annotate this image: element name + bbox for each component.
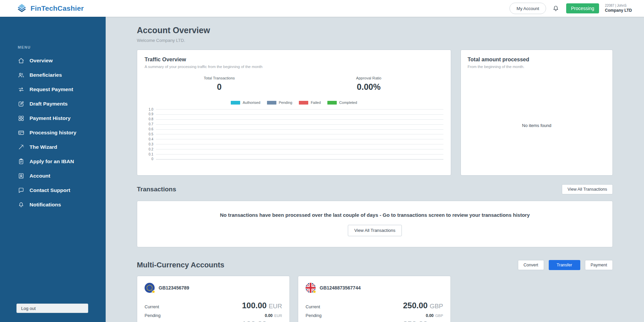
legend-item-completed: Completed <box>327 101 357 105</box>
available-amount: 250.00GBP <box>403 320 443 322</box>
approval-ratio-stat: Approval Ratio 0.00% <box>294 76 444 92</box>
y-tick: 0.8 <box>145 118 153 121</box>
traffic-card-subtitle: A summary of your processing traffic fro… <box>145 65 443 69</box>
sidebar-item-label: Contact Support <box>30 187 70 193</box>
account-iban: GB1248873567744 <box>320 285 361 291</box>
grid-icon <box>18 115 24 122</box>
home-icon <box>18 57 24 64</box>
y-tick: 0.6 <box>145 128 153 131</box>
gridline <box>156 144 443 144</box>
current-amount: 250.00GBP <box>403 301 443 310</box>
gridline <box>156 139 443 139</box>
sidebar-item-label: Overview <box>30 58 53 64</box>
pending-swatch <box>267 101 276 105</box>
sidebar-item-account[interactable]: Account <box>0 169 106 183</box>
legend-item-pending: Pending <box>267 101 292 105</box>
view-all-transactions-button[interactable]: View All Transactions <box>562 184 613 194</box>
main-content: Account Overview Welcome Company LTD. Tr… <box>106 17 644 322</box>
traffic-card-title: Traffic Overview <box>145 57 443 63</box>
user-id: 22087 | JohnS <box>605 4 632 8</box>
brand-name: FinTechCashier <box>31 4 84 12</box>
legend-item-failed: Failed <box>299 101 321 105</box>
sidebar-item-label: Apply for an IBAN <box>30 158 74 165</box>
primary-star-icon <box>152 290 155 294</box>
gridline <box>156 124 443 125</box>
authorised-swatch <box>231 101 240 105</box>
top-header: FinTechCashier My Account Processing 220… <box>0 0 644 17</box>
gridline <box>156 119 443 120</box>
logout-button[interactable]: Log out <box>16 304 88 313</box>
sidebar-item-payment-history[interactable]: Payment History <box>0 111 106 125</box>
empty-state-text: No items found <box>461 123 612 128</box>
menu-section-label: MENU <box>18 45 106 49</box>
uk-flag-icon <box>306 283 316 293</box>
sidebar-item-label: Draft Payments <box>30 101 68 107</box>
y-tick: 0.3 <box>145 143 153 146</box>
sidebar-item-label: Notifications <box>30 202 61 208</box>
account-card-eur: GB123456789 Current 100.00EUR Pending 0.… <box>137 276 290 322</box>
repeat-arrows-icon <box>18 86 24 93</box>
sidebar-item-beneficiaries[interactable]: Beneficiaries <box>0 68 106 82</box>
convert-button[interactable]: Convert <box>518 260 544 270</box>
gridline <box>156 134 443 134</box>
total-processed-title: Total amount processed <box>468 57 606 63</box>
chart-legend: Authorised Pending Failed Completed <box>145 101 443 105</box>
sidebar-item-draft-payments[interactable]: Draft Payments <box>0 96 106 111</box>
sidebar-item-label: Request Payment <box>30 86 73 92</box>
total-transactions-stat: Total Transactions 0 <box>145 76 294 92</box>
chat-bubble-icon <box>18 187 24 194</box>
sidebar-item-label: Payment History <box>30 115 70 121</box>
current-amount: 100.00EUR <box>242 301 282 310</box>
approval-ratio-value: 0.00% <box>294 82 444 92</box>
page-subtitle: Welcome Company LTD. <box>137 38 613 43</box>
eu-flag-icon <box>145 283 155 293</box>
payment-button[interactable]: Payment <box>585 260 613 270</box>
transactions-empty-message: No transactions have been processed over… <box>220 212 530 218</box>
view-all-transactions-center-button[interactable]: View All Transactions <box>348 225 402 236</box>
company-name: Company LTD <box>605 8 632 13</box>
multi-currency-accounts-title: Multi-Currency Accounts <box>137 261 224 269</box>
y-tick: 0.7 <box>145 123 153 126</box>
processing-status-badge: Processing <box>566 3 599 13</box>
sidebar-item-processing-history[interactable]: Processing history <box>0 125 106 140</box>
sidebar-item-overview[interactable]: Overview <box>0 53 106 68</box>
user-info[interactable]: 22087 | JohnS Company LTD <box>605 4 632 13</box>
sidebar-item-label: Processing history <box>30 130 76 136</box>
people-icon <box>18 72 24 78</box>
sidebar-item-notifications[interactable]: Notifications <box>0 197 106 212</box>
header-bell-icon[interactable] <box>552 4 560 12</box>
sidebar: MENU Overview Beneficiaries Request Paym… <box>0 17 106 322</box>
sidebar-item-label: Account <box>30 173 50 179</box>
transactions-card: No transactions have been processed over… <box>137 201 613 247</box>
traffic-chart: 1.0 0.9 0.8 0.7 0.6 0.5 0.4 0.3 0.2 0.1 … <box>145 109 443 159</box>
y-tick: 0 <box>145 157 153 161</box>
clipboard-icon <box>18 158 24 165</box>
y-tick: 0.1 <box>145 153 153 156</box>
sidebar-item-label: Beneficiaries <box>30 72 62 78</box>
magic-wand-icon <box>18 144 24 150</box>
available-amount: 100.00EUR <box>242 320 282 322</box>
total-transactions-label: Total Transactions <box>145 76 294 80</box>
page-title: Account Overview <box>137 25 613 35</box>
gridline <box>156 159 443 159</box>
account-iban: GB123456789 <box>159 285 189 291</box>
completed-swatch <box>327 101 337 105</box>
sidebar-item-the-wizard[interactable]: The Wizard <box>0 140 106 154</box>
y-tick: 1.0 <box>145 108 153 111</box>
my-account-button[interactable]: My Account <box>509 3 546 14</box>
sidebar-item-label: The Wizard <box>30 144 57 150</box>
transactions-title: Transactions <box>137 186 176 193</box>
bell-icon <box>18 201 24 208</box>
transfer-button[interactable]: Transfer <box>549 260 580 270</box>
pending-label: Pending <box>306 313 322 318</box>
sidebar-item-request-payment[interactable]: Request Payment <box>0 82 106 96</box>
gridline <box>156 149 443 149</box>
pending-amount: 0.00EUR <box>265 312 282 318</box>
sidebar-item-apply-iban[interactable]: Apply for an IBAN <box>0 154 106 169</box>
approval-ratio-label: Approval Ratio <box>294 76 444 80</box>
failed-swatch <box>299 101 308 105</box>
sidebar-item-contact-support[interactable]: Contact Support <box>0 183 106 197</box>
y-tick: 0.5 <box>145 133 153 136</box>
gridline <box>156 114 443 115</box>
total-processed-subtitle: From the beginning of the month. <box>468 65 606 69</box>
